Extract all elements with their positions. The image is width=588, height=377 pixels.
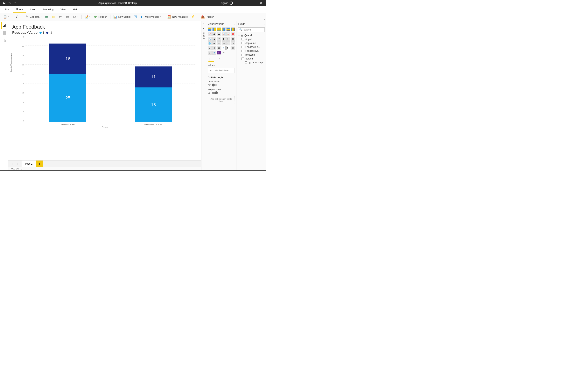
sign-in-button[interactable]: Sign in	[218, 1, 235, 5]
save-icon[interactable]	[3, 2, 6, 4]
collapse-ribbon-button[interactable]: ⌄	[264, 18, 265, 20]
viz-matrix-icon[interactable]: ▦	[217, 46, 221, 50]
viz-key-influencers-icon[interactable]: ⊞	[231, 46, 235, 50]
table-node[interactable]: ⌄ ▦ Query1	[238, 34, 265, 37]
format-tab-button[interactable]	[217, 57, 223, 62]
recent-sources-button[interactable]: 🗂▾	[71, 14, 80, 20]
viz-waterfall-icon[interactable]: 📉	[208, 37, 212, 41]
viz-100-bar-icon[interactable]	[226, 27, 230, 31]
minimize-button[interactable]	[236, 0, 245, 6]
refresh-button[interactable]: ⟳Refresh	[92, 14, 109, 20]
viz-table-icon[interactable]: ▤	[212, 46, 216, 50]
viz-card-icon[interactable]: 123	[222, 41, 226, 45]
prev-page-button[interactable]: ◄	[8, 161, 15, 167]
viz-ribbon-icon[interactable]: 🎀	[231, 32, 235, 36]
ribbon-tab-file[interactable]: File	[2, 6, 12, 13]
filters-funnel-icon[interactable]: ▾	[203, 27, 204, 30]
bar-segment[interactable]: 11	[135, 66, 172, 87]
excel-source-button[interactable]: ▦	[43, 14, 50, 20]
viz-stacked-column-icon[interactable]	[212, 27, 216, 31]
viz-clustered-bar-icon[interactable]	[217, 27, 221, 31]
new-measure-button[interactable]: 🧮New measure	[166, 14, 189, 20]
text-box-button[interactable]: A	[132, 14, 138, 20]
viz-multi-card-icon[interactable]: ▭	[226, 41, 230, 45]
viz-line-icon[interactable]: 📈	[208, 32, 212, 36]
viz-pie-icon[interactable]: ◐	[222, 37, 226, 41]
viz-qa-icon[interactable]: ❁	[212, 51, 216, 55]
get-data-button[interactable]: 🗄Get data▾	[24, 14, 43, 20]
ribbon-tab-view[interactable]: View	[58, 6, 69, 13]
viz-stacked-area-icon[interactable]: ⛰	[217, 32, 221, 36]
viz-donut-icon[interactable]: ◯	[226, 37, 230, 41]
ribbon-tab-modeling[interactable]: Modeling	[41, 6, 56, 13]
viz-filled-map-icon[interactable]: 🗺	[212, 41, 216, 45]
maximize-button[interactable]	[246, 0, 255, 6]
page-tab[interactable]: Page 1	[22, 161, 36, 167]
add-page-button[interactable]: +	[36, 161, 43, 167]
viz-100-column-icon[interactable]	[231, 27, 235, 31]
drill-through-well[interactable]: Add drill-through fields here	[208, 96, 235, 104]
collapse-viz-button[interactable]: ›	[234, 22, 235, 25]
viz-gauge-icon[interactable]: ◠	[217, 41, 221, 45]
chart-visual[interactable]: App Feedback FeedbackValue 1 -1 Count of…	[11, 23, 199, 130]
enter-data-button[interactable]: ▤	[64, 14, 71, 20]
data-view-button[interactable]	[1, 30, 8, 36]
ribbon-tab-help[interactable]: Help	[70, 6, 81, 13]
viz-area-icon[interactable]: 🏔	[212, 32, 216, 36]
paste-button[interactable]: 📋▾	[2, 14, 10, 20]
viz-line-column-icon[interactable]: 📊	[222, 32, 226, 36]
undo-icon[interactable]	[8, 2, 11, 4]
viz-stacked-bar-icon[interactable]	[208, 27, 212, 31]
cross-report-toggle[interactable]	[212, 84, 217, 86]
viz-map-icon[interactable]: 🌐	[208, 41, 212, 45]
field-item[interactable]: AppName	[241, 42, 265, 45]
viz-line-clustered-icon[interactable]: 📊	[226, 32, 230, 36]
viz-more-icon[interactable]: ···	[222, 51, 226, 55]
field-item[interactable]: FeedbackVa...	[241, 49, 265, 52]
ribbon-tab-insert[interactable]: Insert	[27, 6, 39, 13]
field-item[interactable]: Screen	[241, 57, 265, 60]
expand-filters-button[interactable]: ‹	[204, 22, 204, 25]
chevron-down-icon: ⌄	[238, 34, 240, 37]
fields-tab-button[interactable]	[208, 57, 214, 62]
ribbon-tab-home[interactable]: Home	[13, 6, 26, 13]
field-item[interactable]: message	[241, 53, 265, 56]
bar-segment[interactable]: 18	[135, 87, 172, 122]
viz-treemap-icon[interactable]: ▦	[231, 37, 235, 41]
quick-measure-button[interactable]: ⚡	[190, 14, 196, 20]
legend: FeedbackValue 1 -1	[12, 31, 198, 35]
viz-python-icon[interactable]: Py	[226, 46, 230, 50]
model-view-button[interactable]	[1, 37, 8, 44]
keep-filters-toggle[interactable]	[212, 92, 217, 94]
field-item[interactable]: ⌄▦timestamp	[241, 61, 265, 64]
report-canvas[interactable]: App Feedback FeedbackValue 1 -1 Count of…	[8, 21, 201, 160]
transform-data-button[interactable]: 📝▾	[83, 14, 92, 20]
report-view-button[interactable]	[1, 22, 8, 29]
field-item[interactable]: AppId	[241, 38, 265, 41]
ribbon-tabs: File Home Insert Modeling View Help	[0, 6, 266, 13]
viz-scatter-icon[interactable]: ⠿	[217, 37, 221, 41]
viz-r-icon[interactable]: R	[222, 46, 226, 50]
values-field-well[interactable]: Add data fields here	[208, 68, 235, 73]
viz-slicer-icon[interactable]: ⫿	[208, 46, 212, 50]
more-visuals-button[interactable]: ◧More visuals▾	[139, 14, 163, 20]
viz-clustered-column-icon[interactable]	[222, 27, 226, 31]
pbi-dataset-button[interactable]: ▥	[50, 14, 57, 20]
format-painter-button[interactable]: 🖌	[14, 14, 20, 20]
field-item[interactable]: FeedbackFr...	[241, 46, 265, 48]
new-visual-button[interactable]: 📊New visual	[112, 14, 132, 20]
viz-custom-icon[interactable]: ◆	[217, 51, 221, 55]
close-button[interactable]	[256, 0, 265, 6]
publish-button[interactable]: 📤Publish	[200, 14, 216, 20]
viz-kpi-icon[interactable]: ⏱	[231, 41, 235, 45]
bar-segment[interactable]: 16	[49, 44, 86, 74]
next-page-button[interactable]: ►	[15, 161, 22, 167]
viz-decomposition-icon[interactable]: ⊟	[208, 51, 212, 55]
sql-source-button[interactable]: 🗃	[57, 14, 64, 20]
redo-icon[interactable]	[14, 2, 16, 4]
collapse-fields-button[interactable]: ›	[264, 22, 265, 25]
fields-search-input[interactable]: 🔍 Search	[238, 27, 265, 32]
viz-funnel-icon[interactable]: ◢	[212, 37, 216, 41]
new-measure-icon: 🧮	[168, 15, 171, 19]
bar-segment[interactable]: 25	[49, 74, 86, 122]
